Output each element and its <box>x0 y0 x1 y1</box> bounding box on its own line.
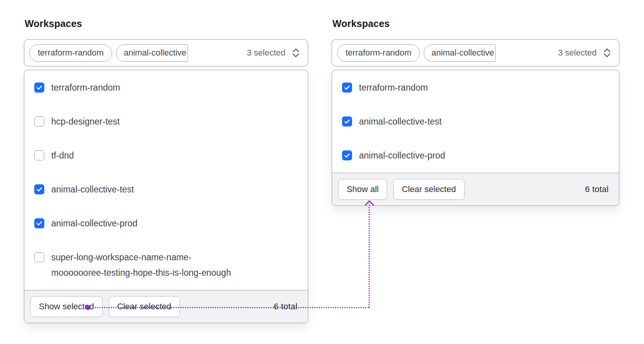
workspace-option-label: terraform-random <box>359 80 428 95</box>
workspace-option[interactable]: hcp-designer-test <box>34 105 298 138</box>
listbox-footer: Show all Clear selected 6 total <box>332 173 619 206</box>
toggle-summary: 3 selected <box>247 47 301 59</box>
tag-pill-truncated: animal-collective <box>116 44 188 62</box>
workspace-option-label: animal-collective-test <box>359 114 442 129</box>
workspace-option[interactable]: super-long-workspace-name-name- moooooor… <box>34 240 298 290</box>
total-count-label: 6 total <box>274 302 298 312</box>
workspace-option-label: animal-collective-prod <box>51 216 138 231</box>
workspace-option[interactable]: animal-collective-test <box>342 105 609 138</box>
workspace-option[interactable]: animal-collective-prod <box>342 138 609 172</box>
workspace-option-label: super-long-workspace-name-name- moooooor… <box>51 250 231 280</box>
workspace-option[interactable]: animal-collective-test <box>34 172 298 206</box>
page-title: Workspaces <box>25 18 308 29</box>
workspaces-multiselect-left: Workspaces terraform-random animal-colle… <box>24 18 308 323</box>
workspace-option-label: animal-collective-prod <box>359 148 445 163</box>
dropdown-listbox: terraform-random hcp-designer-test tf-dn… <box>24 70 308 323</box>
chevron-up-down-icon <box>602 47 612 59</box>
workspace-option[interactable]: terraform-random <box>342 71 609 105</box>
page-title: Workspaces <box>332 18 619 29</box>
check-icon <box>344 84 351 91</box>
multiselect-toggle[interactable]: terraform-random animal-collective 3 sel… <box>332 39 619 66</box>
workspace-option-list: terraform-random hcp-designer-test tf-dn… <box>24 70 308 290</box>
show-selected-button[interactable]: Show selected <box>30 296 102 317</box>
tag-pill: terraform-random <box>337 44 420 62</box>
check-icon <box>344 152 351 159</box>
workspace-option[interactable]: tf-dnd <box>34 138 298 172</box>
checkbox[interactable] <box>34 252 44 262</box>
toggle-summary: 3 selected <box>558 47 612 59</box>
connector-vertical-line <box>369 205 370 308</box>
workspaces-multiselect-right: Workspaces terraform-random animal-colle… <box>332 18 619 206</box>
selected-count-label: 3 selected <box>247 48 285 58</box>
workspace-option[interactable]: terraform-random <box>34 71 298 105</box>
show-all-button[interactable]: Show all <box>338 179 387 200</box>
checkbox[interactable] <box>34 83 44 93</box>
checkbox[interactable] <box>34 218 44 228</box>
workspace-option-label: animal-collective-test <box>51 182 134 197</box>
check-icon <box>344 118 351 125</box>
tag-pill: terraform-random <box>29 44 112 62</box>
selected-count-label: 3 selected <box>558 48 597 58</box>
check-icon <box>36 220 43 227</box>
clear-selected-button[interactable]: Clear selected <box>393 179 465 200</box>
checkbox[interactable] <box>342 83 352 93</box>
workspace-option-label: tf-dnd <box>51 148 74 163</box>
workspace-option-list: terraform-random animal-collective-test … <box>332 70 619 173</box>
clear-selected-button[interactable]: Clear selected <box>109 296 180 317</box>
checkbox[interactable] <box>34 184 44 194</box>
check-icon <box>36 84 43 91</box>
workspace-option[interactable]: animal-collective-prod <box>34 206 298 240</box>
checkbox[interactable] <box>34 116 44 126</box>
checkbox[interactable] <box>34 150 44 160</box>
workspace-option-label: terraform-random <box>51 80 120 95</box>
chevron-up-down-icon <box>291 47 301 59</box>
dropdown-listbox: terraform-random animal-collective-test … <box>332 70 619 206</box>
total-count-label: 6 total <box>585 184 609 194</box>
tag-pill-truncated: animal-collective <box>424 44 496 62</box>
workspace-option-label: hcp-designer-test <box>51 114 120 129</box>
checkbox[interactable] <box>342 150 352 160</box>
checkbox[interactable] <box>342 116 352 126</box>
check-icon <box>36 186 43 193</box>
multiselect-toggle[interactable]: terraform-random animal-collective 3 sel… <box>24 39 308 66</box>
listbox-footer: Show selected Clear selected 6 total <box>24 290 308 323</box>
